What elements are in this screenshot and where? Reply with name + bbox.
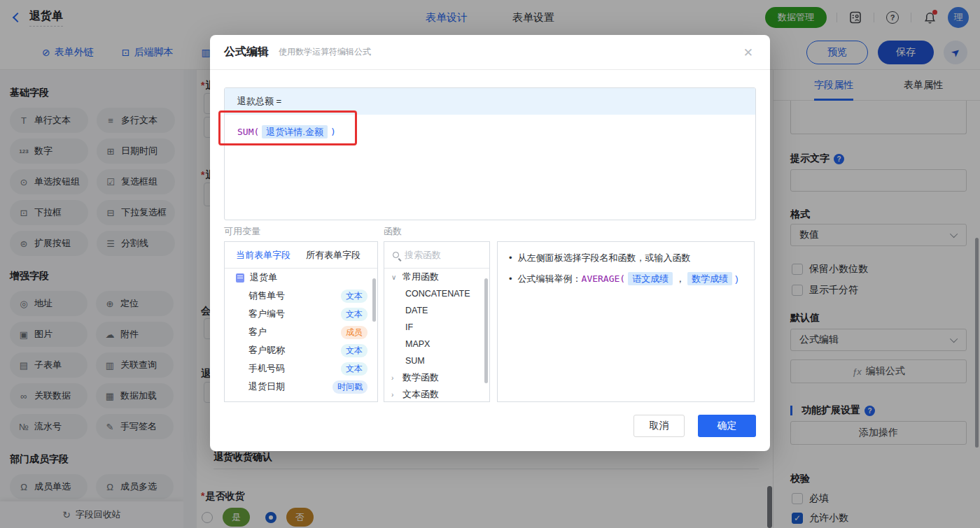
cancel-button[interactable]: 取消 <box>634 415 685 437</box>
function-item-concatenate[interactable]: CONCATENATE <box>384 285 489 302</box>
formula-function: SUM( <box>237 127 259 137</box>
variables-panel: 当前表单字段 所有表单字段 退货单 销售单号文本 客户编号文本 客户成员 客户昵… <box>224 241 378 402</box>
tab-current-form-fields[interactable]: 当前表单字段 <box>236 249 290 262</box>
type-badge: 文本 <box>341 362 368 376</box>
search-icon <box>393 252 399 258</box>
functions-label: 函数 <box>384 225 402 238</box>
bullet-icon: • <box>509 271 512 287</box>
type-badge: 时间戳 <box>332 380 368 394</box>
tab-all-form-fields[interactable]: 所有表单字段 <box>306 249 360 262</box>
chevron-right-icon: › <box>391 374 398 382</box>
example-chip: 语文成绩 <box>628 272 673 285</box>
variable-item[interactable]: 客户成员 <box>225 323 377 341</box>
formula-target: 退款总额 = <box>225 88 755 115</box>
function-group-text[interactable]: ›文本函数 <box>384 386 489 402</box>
function-group-common[interactable]: ∨常用函数 <box>384 269 489 285</box>
variables-scrollbar[interactable] <box>372 278 376 322</box>
chevron-down-icon: ∨ <box>391 273 398 281</box>
functions-scrollbar[interactable] <box>484 278 488 383</box>
formula-expression[interactable]: SUM(退货详情.金额) <box>225 115 755 150</box>
chevron-right-icon: › <box>391 391 398 399</box>
type-badge: 成员 <box>341 326 368 339</box>
formula-editor-modal: 公式编辑 使用数学运算符编辑公式 ✕ 退款总额 = SUM(退货详情.金额) 可… <box>210 35 770 451</box>
variables-label: 可用变量 <box>224 225 260 238</box>
example-function: AVERAGE( <box>582 273 626 284</box>
variable-item[interactable]: 客户编号文本 <box>225 305 377 323</box>
help-tip-2: 公式编辑举例：AVERAGE(语文成绩，数学成绩) <box>518 271 738 287</box>
type-badge: 文本 <box>341 308 368 321</box>
variable-item[interactable]: 销售单号文本 <box>225 287 377 305</box>
variable-tree-root[interactable]: 退货单 <box>225 269 377 287</box>
close-icon[interactable]: ✕ <box>743 45 753 60</box>
functions-panel: 搜索函数 ∨常用函数 CONCATENATE DATE IF MAPX SUM … <box>384 241 490 402</box>
modal-title: 公式编辑 <box>224 45 269 59</box>
search-placeholder: 搜索函数 <box>405 249 441 262</box>
function-item-mapx[interactable]: MAPX <box>384 336 489 352</box>
function-item-sum[interactable]: SUM <box>384 352 489 369</box>
type-badge: 文本 <box>341 344 368 357</box>
formula-help-panel: • 从左侧面板选择字段名和函数，或输入函数 • 公式编辑举例：AVERAGE(语… <box>497 241 755 402</box>
type-badge: 文本 <box>341 290 368 303</box>
formula-editor[interactable]: 退款总额 = SUM(退货详情.金额) <box>224 87 756 220</box>
modal-subtitle: 使用数学运算符编辑公式 <box>279 46 371 58</box>
form-doc-icon <box>236 273 244 283</box>
variable-item[interactable]: 退货日期时间戳 <box>225 378 377 396</box>
variable-item[interactable]: 手机号码文本 <box>225 359 377 378</box>
bullet-icon: • <box>509 250 512 266</box>
variable-item[interactable]: 客户昵称文本 <box>225 341 377 359</box>
function-group-math[interactable]: ›数学函数 <box>384 369 489 386</box>
help-tip-1: 从左侧面板选择字段名和函数，或输入函数 <box>518 250 691 266</box>
function-search-input[interactable]: 搜索函数 <box>384 242 489 269</box>
example-chip: 数学成绩 <box>687 272 732 285</box>
confirm-button[interactable]: 确定 <box>698 415 756 437</box>
function-item-if[interactable]: IF <box>384 319 489 336</box>
function-item-date[interactable]: DATE <box>384 302 489 319</box>
formula-field-chip[interactable]: 退货详情.金额 <box>262 125 328 138</box>
